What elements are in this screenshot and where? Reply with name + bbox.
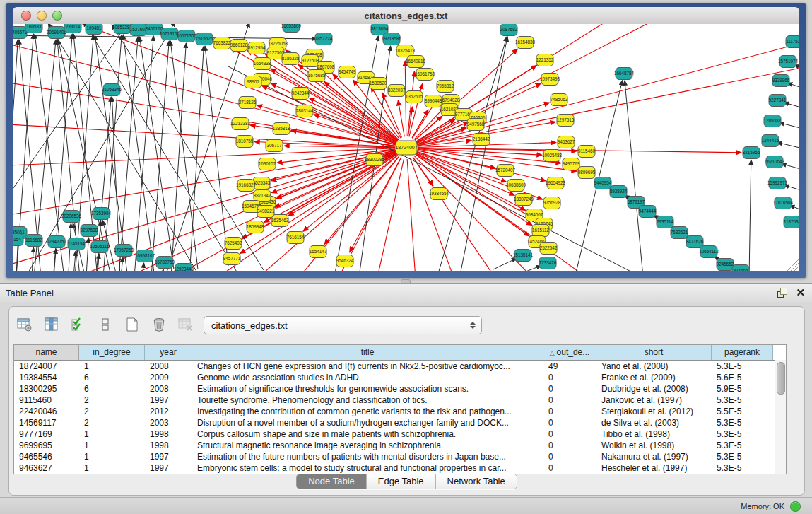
resize-grip-icon[interactable] bbox=[787, 259, 799, 271]
graph-node[interactable]: 1733426 bbox=[539, 257, 557, 269]
graph-node[interactable]: 16154838 bbox=[515, 37, 536, 49]
graph-node[interactable]: 1209387 bbox=[764, 115, 782, 127]
graph-node[interactable]: 10688609 bbox=[506, 180, 526, 192]
graph-node[interactable]: 8454749 bbox=[339, 66, 356, 78]
graph-node[interactable]: 17016504 bbox=[773, 197, 794, 209]
header-cell-short[interactable]: short bbox=[596, 345, 712, 360]
graph-node[interactable]: 1297515 bbox=[557, 115, 575, 127]
graph-node[interactable]: 8990448 bbox=[425, 95, 442, 107]
graph-node[interactable]: 1675685 bbox=[308, 70, 326, 82]
create-column-icon[interactable] bbox=[124, 316, 141, 333]
header-cell-pagerank[interactable]: pagerank bbox=[712, 345, 773, 360]
delete-column-icon[interactable] bbox=[151, 316, 167, 333]
close-panel-icon[interactable]: ✕ bbox=[796, 288, 805, 298]
graph-node[interactable]: 8912954 bbox=[248, 42, 266, 54]
graph-node[interactable]: 8186328 bbox=[282, 53, 300, 65]
graph-node[interactable]: 1244415 bbox=[762, 135, 779, 147]
graph-node[interactable]: 16648784 bbox=[614, 68, 635, 80]
graph-node[interactable]: 19166827 bbox=[236, 180, 257, 192]
table-row[interactable]: 977716911998Corpus callosum shape and si… bbox=[14, 428, 786, 440]
graph-node[interactable]: 1362615 bbox=[406, 91, 423, 103]
graph-node[interactable]: 15751074 bbox=[778, 56, 799, 68]
graph-node[interactable]: 1654338 bbox=[254, 58, 271, 70]
graph-node[interactable]: 2087682 bbox=[500, 24, 518, 36]
graph-node[interactable]: 17957253 bbox=[114, 245, 134, 257]
graph-node[interactable]: 9474444 bbox=[639, 206, 657, 218]
graph-node[interactable]: 7632621 bbox=[671, 227, 688, 239]
graph-node[interactable]: 9227341 bbox=[769, 95, 787, 107]
graph-node[interactable]: 1810755 bbox=[236, 136, 254, 148]
tab-node-table[interactable]: Node Table bbox=[297, 474, 367, 489]
graph-node[interactable]: 16053809 bbox=[281, 24, 302, 33]
graph-node[interactable]: 20691406 bbox=[47, 27, 67, 39]
table-row[interactable]: 1830029562008Estimation of significance … bbox=[14, 383, 786, 395]
graph-node[interactable]: 8871342 bbox=[254, 190, 271, 202]
table-mode-icon[interactable] bbox=[16, 316, 33, 333]
graph-node[interactable]: 18325419 bbox=[395, 45, 416, 57]
graph-node[interactable]: 3498221 bbox=[257, 206, 275, 218]
graph-node[interactable]: 2522542 bbox=[540, 243, 558, 255]
graph-node[interactable]: 16782759 bbox=[155, 257, 175, 269]
graph-node[interactable]: 10654112 bbox=[699, 246, 719, 258]
graph-node[interactable]: 12923448 bbox=[174, 264, 194, 271]
graph-node[interactable]: 109481 bbox=[86, 24, 102, 35]
graph-node[interactable]: 9756928 bbox=[543, 197, 561, 209]
graph-node[interactable]: 21053346 bbox=[102, 84, 122, 96]
header-cell-year[interactable]: year bbox=[145, 345, 192, 360]
graph-node[interactable]: 1115682 bbox=[25, 235, 42, 247]
graph-node[interactable]: 10958107 bbox=[135, 250, 155, 262]
graph-node[interactable]: 7663822 bbox=[213, 37, 231, 49]
graph-node[interactable]: 7857224 bbox=[315, 33, 333, 45]
graph-node[interactable]: 9660128 bbox=[230, 40, 248, 52]
graph-node[interactable]: 16210643 bbox=[765, 156, 785, 168]
graph-node[interactable]: 12213383 bbox=[230, 118, 251, 130]
graph-node[interactable]: 1809948 bbox=[247, 221, 264, 233]
graph-node[interactable]: 19654923 bbox=[546, 177, 566, 189]
graph-node[interactable]: 2803144 bbox=[296, 105, 314, 117]
graph-node[interactable]: 1187534 bbox=[784, 216, 799, 228]
graph-node[interactable]: 7485063 bbox=[551, 94, 568, 106]
graph-node[interactable]: 8471626 bbox=[686, 236, 704, 248]
graph-node[interactable]: 1615112 bbox=[532, 225, 550, 237]
network-canvas[interactable]: 2405572160533206914062391141094811065328… bbox=[13, 24, 799, 271]
table-row[interactable]: 911546021997Tourette syndrome. Phenomeno… bbox=[14, 395, 786, 406]
table-row[interactable]: 969969511998Structural magnetic resonanc… bbox=[14, 440, 786, 451]
table-row[interactable]: 946554611997Estimation of the future num… bbox=[14, 451, 786, 462]
table-row[interactable]: 1456911722003Disruption of a novel membe… bbox=[14, 417, 786, 428]
delete-table-icon[interactable] bbox=[177, 316, 194, 333]
graph-node[interactable]: 1221352 bbox=[536, 54, 554, 66]
graph-node[interactable]: 9546324 bbox=[336, 255, 354, 267]
graph-node[interactable]: 18300295 bbox=[365, 154, 385, 166]
graph-node[interactable]: 9440954 bbox=[594, 177, 612, 189]
graph-node[interactable]: 9899695 bbox=[578, 167, 596, 179]
float-panel-icon[interactable] bbox=[777, 288, 787, 298]
graph-node[interactable]: 1145194 bbox=[68, 238, 86, 250]
table-scrollbar[interactable] bbox=[775, 360, 786, 474]
header-cell-title[interactable]: title bbox=[192, 345, 543, 360]
graph-node[interactable]: 18807249 bbox=[514, 194, 534, 206]
graph-node[interactable]: 1654147 bbox=[310, 246, 327, 258]
graph-node[interactable]: 160533 bbox=[25, 24, 42, 33]
select-all-icon[interactable] bbox=[70, 316, 87, 333]
header-cell-out_de[interactable]: △out_de... bbox=[543, 345, 596, 360]
graph-node[interactable]: 98901 bbox=[245, 76, 261, 88]
graph-node[interactable]: 1635463 bbox=[271, 215, 289, 227]
graph-node[interactable]: 7955812 bbox=[437, 81, 454, 93]
graph-node[interactable]: 9297588 bbox=[81, 225, 98, 237]
graph-node[interactable]: 15135141 bbox=[513, 250, 534, 262]
table-row[interactable]: 946362711997Embryonic stem cells: a mode… bbox=[14, 462, 786, 474]
graph-node[interactable]: 9497568 bbox=[467, 119, 485, 131]
scrollbar-thumb[interactable] bbox=[777, 362, 785, 395]
graph-node[interactable]: 16961758 bbox=[415, 69, 435, 81]
graph-node[interactable]: 12505115 bbox=[90, 241, 110, 253]
table-row[interactable]: 1938455462009Genome-wide association stu… bbox=[14, 372, 786, 383]
graph-node[interactable]: 9329966 bbox=[772, 75, 790, 87]
graph-node[interactable]: 7515526 bbox=[196, 33, 213, 45]
graph-node[interactable]: 2718126 bbox=[239, 97, 257, 109]
show-columns-icon[interactable] bbox=[43, 316, 60, 333]
row-height-icon[interactable] bbox=[97, 316, 114, 333]
tab-network-table[interactable]: Network Table bbox=[436, 474, 517, 489]
graph-node[interactable]: 9457771 bbox=[223, 253, 241, 265]
graph-node[interactable]: 18724007 bbox=[395, 141, 417, 155]
graph-node[interactable]: 2935114 bbox=[657, 216, 674, 228]
